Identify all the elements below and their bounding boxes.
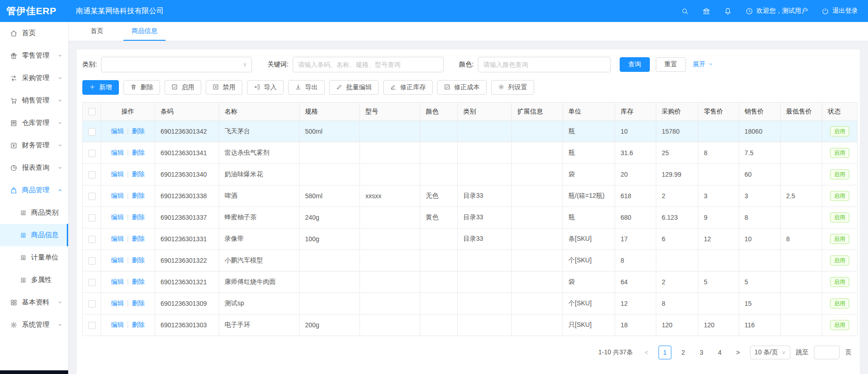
app-logo: 管伊佳ERP xyxy=(0,5,69,17)
import-button[interactable]: 导入 xyxy=(247,80,284,95)
cell-color xyxy=(420,228,458,250)
delete-link[interactable]: 删除 xyxy=(132,321,145,328)
tab-product-info[interactable]: 商品信息 xyxy=(123,22,166,41)
sidebar-subitem-unit[interactable]: 计量单位 xyxy=(0,246,68,269)
cell-color xyxy=(420,250,458,271)
doc-icon xyxy=(20,255,27,261)
bank-icon[interactable] xyxy=(702,7,710,15)
delete-link[interactable]: 删除 xyxy=(132,127,145,135)
fix-stock-button[interactable]: 修正库存 xyxy=(383,80,433,95)
page-number-2[interactable]: 2 xyxy=(677,346,690,359)
column-header: 型号 xyxy=(360,103,420,121)
cell-sale: 15 xyxy=(739,293,781,314)
sidebar-item-basic[interactable]: 基本资料 xyxy=(0,291,68,314)
edit-link[interactable]: 编辑 xyxy=(111,235,124,242)
sidebar-item-report[interactable]: 报表查询 xyxy=(0,157,68,179)
prev-page-button[interactable]: < xyxy=(640,346,653,359)
delete-link[interactable]: 删除 xyxy=(132,192,145,199)
color-input[interactable] xyxy=(478,57,611,72)
sidebar-item-finance[interactable]: 财务管理 xyxy=(0,134,68,157)
disable-button[interactable]: 禁用 xyxy=(206,80,242,95)
cell-color xyxy=(420,121,458,142)
edit-link[interactable]: 编辑 xyxy=(111,321,124,328)
cell-unit: 个[SKU] xyxy=(563,250,615,271)
sidebar-item-product[interactable]: 商品管理 xyxy=(0,179,68,201)
edit-link[interactable]: 编辑 xyxy=(111,299,124,307)
row-checkbox[interactable] xyxy=(88,150,96,157)
delete-link[interactable]: 删除 xyxy=(132,256,145,264)
sidebar-subitem-product-info[interactable]: 商品信息 xyxy=(0,224,68,246)
delete-button[interactable]: 删除 xyxy=(123,80,160,95)
cell-spec: 500ml xyxy=(300,121,360,142)
keyword-input[interactable] xyxy=(293,57,444,72)
tab-home[interactable]: 首页 xyxy=(82,22,112,41)
sidebar-item-warehouse[interactable]: 仓库管理 xyxy=(0,112,68,134)
edit-link[interactable]: 编辑 xyxy=(111,192,124,199)
welcome-user[interactable]: 欢迎您，测试用户 xyxy=(745,7,808,15)
sidebar-item-system[interactable]: 系统管理 xyxy=(0,314,68,336)
sidebar-subitem-multi-attr[interactable]: 多属性 xyxy=(0,269,68,291)
row-checkbox[interactable] xyxy=(88,171,96,179)
row-actions: 编辑|删除 xyxy=(101,207,155,228)
cell-status: 启用 xyxy=(822,293,857,314)
edit-link[interactable]: 编辑 xyxy=(111,278,124,285)
edit-link[interactable]: 编辑 xyxy=(111,170,124,178)
sales-icon xyxy=(10,97,17,104)
row-checkbox[interactable] xyxy=(88,193,96,200)
row-checkbox[interactable] xyxy=(88,300,96,308)
expand-link[interactable]: 展开 xyxy=(693,60,713,69)
toolbar-button-label: 导出 xyxy=(305,83,318,92)
main-area: 首页商品信息 类别: ∨ 关键词: 颜色: 查询 重置 展开 xyxy=(69,22,868,374)
row-checkbox[interactable] xyxy=(88,279,96,286)
add-button[interactable]: 新增 xyxy=(82,80,119,95)
delete-link[interactable]: 删除 xyxy=(132,170,145,178)
cell-status: 启用 xyxy=(822,271,857,293)
row-checkbox[interactable] xyxy=(88,257,96,265)
sidebar-item-home[interactable]: 首页 xyxy=(0,22,68,44)
column-header: 扩展信息 xyxy=(512,103,563,121)
bell-icon[interactable] xyxy=(724,7,732,15)
delete-link[interactable]: 删除 xyxy=(132,235,145,242)
edit-link[interactable]: 编辑 xyxy=(111,149,124,156)
delete-link[interactable]: 删除 xyxy=(132,213,145,221)
reset-button[interactable]: 重置 xyxy=(656,57,686,72)
export-button[interactable]: 导出 xyxy=(288,80,325,95)
category-select[interactable]: ∨ xyxy=(101,57,252,72)
delete-link[interactable]: 删除 xyxy=(132,278,145,285)
page-number-1[interactable]: 1 xyxy=(659,346,671,359)
enable-button[interactable]: 启用 xyxy=(165,80,201,95)
next-page-button[interactable]: > xyxy=(732,346,745,359)
sidebar-item-purchase[interactable]: 采购管理 xyxy=(0,67,68,89)
cell-ext xyxy=(512,185,563,207)
edit-link[interactable]: 编辑 xyxy=(111,127,124,135)
sidebar-collapse-bar[interactable] xyxy=(0,370,68,374)
column-header: 销售价 xyxy=(739,103,781,121)
page-number-3[interactable]: 3 xyxy=(695,346,708,359)
row-checkbox[interactable] xyxy=(88,128,96,136)
select-all-checkbox[interactable] xyxy=(88,108,96,115)
sidebar-item-sales[interactable]: 销售管理 xyxy=(0,89,68,112)
search-icon[interactable] xyxy=(681,7,689,15)
edit-link[interactable]: 编辑 xyxy=(111,213,124,221)
column-settings-button[interactable]: 列设置 xyxy=(491,80,534,95)
logout-button[interactable]: 退出登录 xyxy=(821,7,858,15)
row-checkbox[interactable] xyxy=(88,214,96,222)
cell-name: 小鹏汽车模型 xyxy=(219,250,300,271)
search-button[interactable]: 查询 xyxy=(620,57,650,72)
sidebar-subitem-product-category[interactable]: 商品类别 xyxy=(0,201,68,224)
sidebar-item-retail[interactable]: 零售管理 xyxy=(0,44,68,67)
row-checkbox[interactable] xyxy=(88,322,96,329)
page-size-select[interactable]: 10 条/页∨ xyxy=(750,346,790,359)
batch-edit-button[interactable]: 批量编辑 xyxy=(329,80,379,95)
page-number-4[interactable]: 4 xyxy=(713,346,726,359)
chevron-up-icon xyxy=(58,188,63,193)
jump-page-input[interactable] xyxy=(814,346,840,359)
edit-link[interactable]: 编辑 xyxy=(111,256,124,264)
cell-sale: 3 xyxy=(739,185,781,207)
delete-link[interactable]: 删除 xyxy=(132,299,145,307)
delete-link[interactable]: 删除 xyxy=(132,149,145,156)
fix-cost-button[interactable]: 修正成本 xyxy=(437,80,487,95)
row-checkbox[interactable] xyxy=(88,236,96,243)
cell-ext xyxy=(512,228,563,250)
row-actions: 编辑|删除 xyxy=(101,250,155,271)
